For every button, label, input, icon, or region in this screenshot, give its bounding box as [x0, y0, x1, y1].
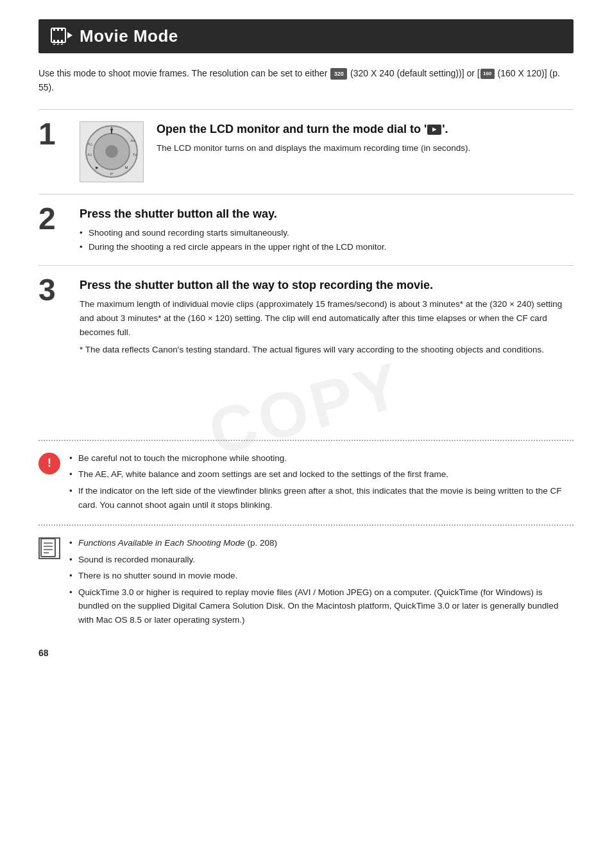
svg-rect-1	[53, 28, 55, 31]
movie-mode-dial-icon: ▶	[427, 125, 441, 135]
step-number-3: 3	[38, 275, 71, 306]
warning-icon: !	[38, 453, 60, 474]
step-2-bullet-2: During the shooting a red circle appears…	[80, 240, 574, 254]
step-1: 1 A Av Tv M P ▶ A1 A△	[38, 109, 574, 194]
step-number-2: 2	[38, 204, 71, 234]
svg-line-9	[57, 44, 59, 45]
warning-bullets: Be careful not to touch the microphone w…	[69, 451, 574, 512]
step-2-bullets: Shooting and sound recording starts simu…	[80, 226, 574, 254]
svg-text:A1: A1	[87, 153, 92, 157]
svg-marker-7	[67, 32, 72, 39]
info-content: Functions Available in Each Shooting Mod…	[69, 536, 574, 630]
step-3-footnote: * The data reflects Canon's testing stan…	[80, 343, 574, 357]
info-bullet-2: Sound is recorded monaurally.	[69, 553, 574, 567]
dotted-divider-bottom	[38, 525, 574, 526]
svg-line-10	[61, 44, 63, 45]
svg-point-13	[105, 145, 118, 158]
svg-text:M: M	[124, 166, 128, 169]
svg-rect-4	[53, 40, 55, 42]
info-bullet-4: QuickTime 3.0 or higher is required to r…	[69, 586, 574, 627]
warning-bullet-2: The AE, AF, white balance and zoom setti…	[69, 467, 574, 482]
svg-text:▶: ▶	[95, 166, 98, 169]
warning-bullet-1: Be careful not to touch the microphone w…	[69, 451, 574, 465]
step-2-bullet-1: Shooting and sound recording starts simu…	[80, 226, 574, 240]
svg-rect-23	[41, 539, 55, 557]
info-bullets: Functions Available in Each Shooting Mod…	[69, 536, 574, 627]
intro-paragraph: Use this mode to shoot movie frames. The…	[38, 66, 574, 95]
camera-dial-image: A Av Tv M P ▶ A1 A△	[80, 121, 144, 182]
info-bullet-1: Functions Available in Each Shooting Mod…	[69, 536, 574, 550]
watermark-area: COPY	[38, 372, 574, 430]
page-header: Movie Mode	[38, 19, 574, 53]
step-3-content: Press the shutter button all the way to …	[80, 277, 574, 360]
page-title: Movie Mode	[80, 26, 178, 46]
step-2-content: Press the shutter button all the way. Sh…	[80, 206, 574, 254]
step-1-text: Open the LCD monitor and turn the mode d…	[157, 121, 470, 159]
svg-rect-5	[57, 40, 59, 42]
svg-text:Av: Av	[130, 139, 135, 143]
resolution-icon-320: 320	[330, 68, 347, 80]
step-1-heading: Open the LCD monitor and turn the mode d…	[157, 121, 470, 137]
step-1-content: A Av Tv M P ▶ A1 A△ Open the LCD monitor…	[80, 121, 574, 182]
step-2-heading: Press the shutter button all the way.	[80, 206, 574, 222]
resolution-icon-160: 160	[480, 69, 495, 79]
svg-rect-2	[57, 28, 59, 31]
info-bullet-3: There is no shutter sound in movie mode.	[69, 569, 574, 583]
warning-bullet-3: If the indicator on the left side of the…	[69, 484, 574, 512]
svg-text:Tv: Tv	[132, 153, 137, 157]
step-number-1: 1	[38, 119, 71, 150]
step-3-body: The maximum length of individual movie c…	[80, 297, 574, 339]
svg-text:A△: A△	[87, 142, 93, 146]
dotted-divider-top	[38, 440, 574, 441]
step-1-body: The LCD monitor turns on and displays th…	[157, 141, 470, 155]
page-number: 68	[38, 648, 574, 658]
warning-box: ! Be careful not to touch the microphone…	[38, 451, 574, 514]
info-box: Functions Available in Each Shooting Mod…	[38, 536, 574, 630]
movie-mode-icon	[50, 26, 73, 47]
svg-line-8	[53, 44, 55, 45]
step-3-heading: Press the shutter button all the way to …	[80, 277, 574, 293]
step-3: 3 Press the shutter button all the way t…	[38, 265, 574, 372]
svg-rect-6	[61, 40, 63, 42]
info-icon	[38, 537, 60, 559]
svg-text:P: P	[110, 172, 112, 176]
warning-content: Be careful not to touch the microphone w…	[69, 451, 574, 514]
svg-rect-3	[61, 28, 63, 31]
step-2: 2 Press the shutter button all the way. …	[38, 194, 574, 265]
